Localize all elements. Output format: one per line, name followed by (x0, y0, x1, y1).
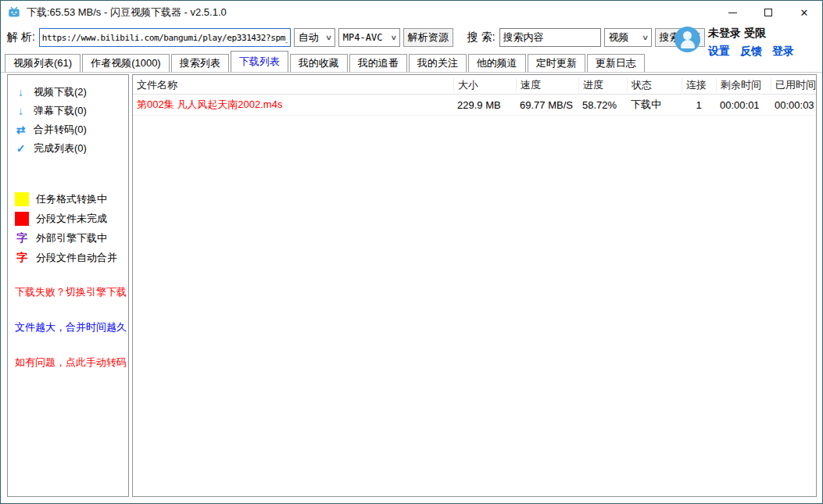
sidebar-item-label: 完成列表(0) (34, 141, 87, 155)
purple-char-icon: 字 (15, 231, 29, 245)
cell-connections: 1 (682, 99, 716, 111)
transcode-icon: ⇄ (15, 123, 27, 136)
sidebar-item-completed-list[interactable]: ✓ 完成列表(0) (8, 139, 128, 158)
chevron-down-icon: ∨ (385, 34, 397, 41)
search-type-select[interactable]: 视频 ∨ (604, 28, 652, 47)
window-controls: ✕ (714, 1, 822, 24)
maximize-icon (764, 9, 772, 16)
legend-item-auto-merge: 字 分段文件自动合并 (15, 250, 128, 265)
cell-progress: 58.72% (578, 99, 627, 111)
legend-label: 分段文件自动合并 (36, 251, 117, 265)
minimize-button[interactable] (714, 1, 750, 24)
legend-label: 外部引擎下载中 (36, 231, 107, 245)
minimize-icon (728, 13, 737, 13)
app-icon (8, 6, 20, 19)
url-input[interactable] (39, 28, 291, 47)
legend-item-transcoding: 任务格式转换中 (15, 191, 128, 206)
feedback-link[interactable]: 反馈 (740, 45, 762, 59)
tab-my-favorites[interactable]: 我的收藏 (290, 54, 348, 72)
user-icon (683, 31, 692, 40)
tab-download-list[interactable]: 下载列表 (231, 51, 288, 72)
sidebar-notes: 下载失败？切换引擎下载 文件越大，合并时间越久 如有问题，点此手动转码 (15, 285, 128, 370)
cell-size: 229.9 MB (453, 99, 516, 111)
note-switch-engine: 下载失败？切换引擎下载 (15, 285, 128, 299)
chevron-down-icon: ∨ (635, 34, 649, 41)
column-header-connections[interactable]: 连接 (682, 78, 716, 91)
sidebar-item-danmaku-download[interactable]: ↓ 弹幕下载(0) (8, 102, 128, 120)
tab-my-bangumi[interactable]: 我的追番 (349, 54, 407, 72)
settings-link[interactable]: 设置 (708, 45, 730, 59)
account-links: 设置 反馈 登录 (708, 45, 794, 59)
cell-status: 下载中 (627, 98, 682, 112)
sidebar-item-label: 弹幕下载(0) (34, 104, 87, 118)
legend-item-segment-incomplete: 分段文件未完成 (15, 211, 128, 226)
tab-his-channel[interactable]: 他的频道 (468, 54, 526, 72)
legend-item-external-engine: 字 外部引擎下载中 (15, 231, 128, 245)
cell-remaining: 00:00:01 (716, 99, 771, 111)
cell-speed: 69.77 MB/S (516, 99, 578, 111)
account-area: 未登录 受限 设置 反馈 登录 (675, 27, 794, 59)
tab-video-list[interactable]: 视频列表(61) (5, 54, 81, 72)
cell-filename: 第002集 凡人风起天南2002.m4s (133, 98, 453, 112)
tab-search-list[interactable]: 搜索列表 (171, 54, 229, 72)
chevron-down-icon: ∨ (319, 34, 333, 41)
note-merge-time: 文件越大，合并时间越久 (15, 320, 128, 334)
download-icon: ↓ (15, 105, 27, 117)
search-input[interactable] (499, 28, 601, 47)
mode-select-value: 自动 (299, 30, 319, 45)
status-legend: 任务格式转换中 分段文件未完成 字 外部引擎下载中 字 分段文件自动合并 (8, 191, 128, 265)
tab-my-follows[interactable]: 我的关注 (409, 54, 467, 72)
content-area: ↓ 视频下载(2) ↓ 弹幕下载(0) ⇄ 合并转码(0) ✓ 完成列表(0) … (1, 73, 822, 503)
download-icon: ↓ (15, 86, 27, 98)
login-status: 未登录 受限 (708, 27, 794, 41)
column-header-progress[interactable]: 进度 (578, 78, 627, 91)
red-swatch-icon (15, 212, 29, 226)
column-header-remaining[interactable]: 剩余时间 (716, 78, 771, 91)
column-header-elapsed[interactable]: 已用时间 (771, 78, 816, 91)
user-avatar[interactable] (675, 27, 700, 52)
parse-label: 解 析: (7, 30, 35, 45)
format-select-value: MP4-AVC (343, 32, 383, 43)
search-label: 搜 索: (467, 30, 496, 45)
yellow-swatch-icon (15, 192, 29, 206)
titlebar: 下载:65.53 MB/s - 闪豆视频下载器 - v2.5.1.0 ✕ (1, 1, 822, 24)
close-button[interactable]: ✕ (786, 1, 822, 24)
sidebar: ↓ 视频下载(2) ↓ 弹幕下载(0) ⇄ 合并转码(0) ✓ 完成列表(0) … (7, 74, 129, 497)
format-select[interactable]: MP4-AVC ∨ (338, 28, 400, 47)
legend-label: 分段文件未完成 (36, 212, 107, 226)
download-table: 文件名称 大小 速度 进度 状态 连接 剩余时间 已用时间 第002集 凡人风起… (132, 74, 817, 497)
sidebar-item-merge-transcode[interactable]: ⇄ 合并转码(0) (8, 120, 128, 139)
column-header-size[interactable]: 大小 (453, 78, 516, 91)
sidebar-item-label: 视频下载(2) (34, 85, 87, 99)
cell-elapsed: 00:00:03 (771, 99, 816, 111)
column-header-filename[interactable]: 文件名称 (133, 78, 453, 91)
maximize-button[interactable] (750, 1, 786, 24)
tab-author-videos[interactable]: 作者视频(1000) (82, 54, 170, 72)
search-type-value: 视频 (609, 30, 629, 45)
sidebar-item-label: 合并转码(0) (34, 123, 87, 137)
column-header-status[interactable]: 状态 (627, 78, 682, 91)
column-header-speed[interactable]: 速度 (516, 78, 578, 91)
check-icon: ✓ (15, 142, 27, 155)
sidebar-item-video-download[interactable]: ↓ 视频下载(2) (8, 83, 128, 102)
tab-scheduled-update[interactable]: 定时更新 (528, 54, 585, 72)
app-window: 下载:65.53 MB/s - 闪豆视频下载器 - v2.5.1.0 ✕ 解 析… (0, 0, 823, 504)
red-char-icon: 字 (15, 251, 29, 265)
mode-select[interactable]: 自动 ∨ (294, 28, 335, 47)
parse-resource-button[interactable]: 解析资源 (403, 28, 453, 47)
legend-label: 任务格式转换中 (36, 192, 107, 206)
tab-update-log[interactable]: 更新日志 (587, 54, 645, 72)
window-title: 下载:65.53 MB/s - 闪豆视频下载器 - v2.5.1.0 (27, 5, 227, 20)
table-header: 文件名称 大小 速度 进度 状态 连接 剩余时间 已用时间 (133, 75, 816, 95)
note-manual-transcode-link[interactable]: 如有问题，点此手动转码 (15, 356, 128, 370)
close-icon: ✕ (800, 8, 809, 18)
table-row[interactable]: 第002集 凡人风起天南2002.m4s 229.9 MB 69.77 MB/S… (133, 95, 816, 116)
login-link[interactable]: 登录 (772, 45, 794, 59)
